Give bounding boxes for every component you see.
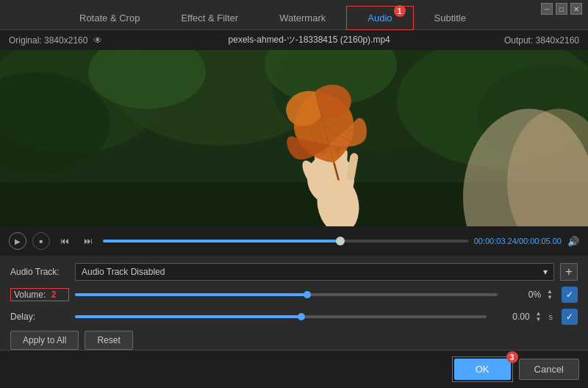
delay-check-icon[interactable]: ✓ xyxy=(562,309,578,325)
ok-badge: 3 xyxy=(506,351,518,363)
delay-slider-track[interactable] xyxy=(75,315,487,318)
time-display: 00:00:03.24/00:00:05.00 xyxy=(474,237,562,245)
delay-value: 0.00 xyxy=(497,312,530,322)
volume-check-icon[interactable]: ✓ xyxy=(562,287,578,303)
file-info-bar: Original: 3840x2160 👁 pexels-ahmed-ツ-183… xyxy=(0,30,588,50)
tab-watermark[interactable]: Watermark xyxy=(259,7,346,29)
progress-bar[interactable] xyxy=(103,240,468,242)
progress-fill xyxy=(103,240,340,242)
volume-slider-thumb[interactable] xyxy=(304,291,311,298)
apply-reset-buttons: Apply to All Reset xyxy=(10,331,578,350)
volume-slider-container xyxy=(75,293,498,296)
minimize-button[interactable]: ─ xyxy=(541,3,553,15)
prev-frame-button[interactable]: ⏮ xyxy=(56,232,74,250)
audio-controls: Audio Track: Audio Track Disabled ▾ + Vo… xyxy=(0,256,588,357)
volume-label: Volume: 2 xyxy=(10,288,69,301)
tab-rotate[interactable]: Rotate & Crop xyxy=(59,7,160,29)
apply-to-all-button[interactable]: Apply to All xyxy=(10,331,79,350)
progress-thumb[interactable] xyxy=(336,237,345,245)
maximize-button[interactable]: □ xyxy=(556,3,567,15)
tab-audio[interactable]: Audio 1 xyxy=(346,6,413,30)
delay-down-icon[interactable]: ▼ xyxy=(536,317,542,323)
original-resolution: Original: 3840x2160 xyxy=(9,35,87,46)
ok-button[interactable]: OK xyxy=(454,359,511,380)
output-resolution: Output: 3840x2160 xyxy=(504,35,579,46)
footer: OK 3 Cancel xyxy=(0,350,588,388)
volume-slider-track[interactable] xyxy=(75,293,498,296)
dropdown-arrow-icon: ▾ xyxy=(543,267,548,277)
playback-controls: ▶ ■ ⏮ ⏭ 00:00:03.24/00:00:05.00 🔊 xyxy=(0,226,588,256)
volume-row: Volume: 2 0% ▲ ▼ ✓ xyxy=(10,287,578,303)
delay-row: Delay: 0.00 ▲ ▼ s ✓ xyxy=(10,309,578,325)
delay-slider-fill xyxy=(75,315,301,318)
stop-button[interactable]: ■ xyxy=(32,232,50,250)
play-button[interactable]: ▶ xyxy=(9,232,26,250)
audio-track-dropdown[interactable]: Audio Track Disabled ▾ xyxy=(75,263,554,281)
video-preview xyxy=(0,50,588,226)
tab-subtitle[interactable]: Subtitle xyxy=(414,7,487,29)
volume-value: 0% xyxy=(508,290,541,300)
volume-icon[interactable]: 🔊 xyxy=(567,236,579,247)
volume-badge: 2 xyxy=(51,290,57,300)
delay-slider-container xyxy=(75,315,487,318)
filename-label: pexels-ahmed-ツ-18338415 (2160p).mp4 xyxy=(114,34,503,46)
delay-slider-thumb[interactable] xyxy=(298,313,305,320)
cancel-button[interactable]: Cancel xyxy=(519,359,579,380)
add-audio-track-button[interactable]: + xyxy=(560,263,578,281)
delay-suffix: s xyxy=(549,312,553,321)
next-frame-button[interactable]: ⏭ xyxy=(79,232,97,250)
volume-spinbox[interactable]: ▲ ▼ xyxy=(547,289,553,301)
close-button[interactable]: ✕ xyxy=(570,3,582,15)
reset-button[interactable]: Reset xyxy=(85,331,132,350)
preview-eye-icon[interactable]: 👁 xyxy=(93,35,102,46)
tab-bar: Rotate & Crop Effect & Filter Watermark … xyxy=(0,0,588,30)
volume-down-icon[interactable]: ▼ xyxy=(547,295,553,301)
tab-audio-badge: 1 xyxy=(394,5,406,17)
delay-label: Delay: xyxy=(10,312,69,322)
volume-slider-fill xyxy=(75,293,307,296)
audio-track-label: Audio Track: xyxy=(10,267,69,277)
delay-spinbox[interactable]: ▲ ▼ xyxy=(536,311,542,323)
audio-track-row: Audio Track: Audio Track Disabled ▾ + xyxy=(10,263,578,281)
ok-button-wrapper: OK 3 xyxy=(452,356,513,382)
tab-effect[interactable]: Effect & Filter xyxy=(160,7,259,29)
